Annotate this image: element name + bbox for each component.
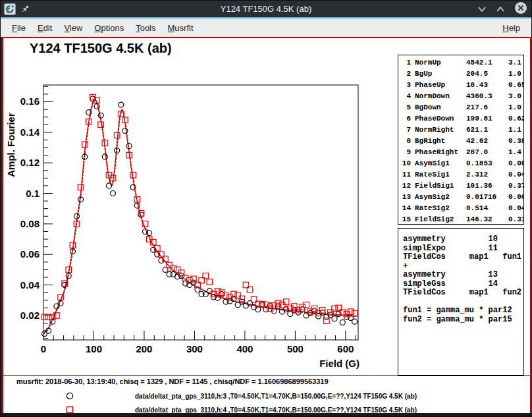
theory-pave[interactable]: asymmetry 10 simplExpo 11 TFieldCos map1…	[398, 228, 524, 375]
y-tick-label: 0.1	[26, 188, 40, 199]
param-value: 199.81	[466, 113, 504, 125]
param-name: NormDown	[415, 91, 462, 102]
y-tick-label: 0.16	[20, 96, 40, 107]
pin-icon[interactable]	[21, 5, 30, 14]
param-error: 3.0	[508, 91, 523, 102]
param-value: 42.62	[466, 136, 504, 147]
param-error: 1.0	[508, 69, 523, 80]
fit-curve-black	[44, 99, 358, 335]
y-tick-label: 0.12	[20, 157, 40, 168]
param-error: 0.38	[508, 136, 524, 147]
menu-item-options[interactable]: Options	[88, 20, 130, 36]
param-value: 2.312	[466, 169, 504, 181]
param-name: FieldSig2	[415, 214, 462, 225]
param-row: 8BgRight42.620.38	[401, 136, 523, 147]
plot-frame	[43, 85, 358, 340]
title-bar[interactable]: Y124 TF150G 4.5K (ab)	[1, 1, 531, 17]
menu-item-help[interactable]: Help	[496, 20, 526, 36]
param-num: 11	[401, 169, 411, 181]
y-tick-label: 0.04	[20, 279, 40, 291]
param-name: RateSig1	[415, 169, 462, 181]
param-num: 8	[401, 136, 411, 147]
x-tick-label: 0	[41, 343, 46, 354]
param-num: 2	[401, 69, 411, 80]
x-tick-label: 500	[287, 343, 304, 354]
menu-item-musrfit[interactable]: Musrfit	[162, 20, 200, 36]
param-num: 4	[401, 91, 411, 102]
param-value: 621.1	[466, 125, 504, 136]
param-value: 146.32	[466, 214, 504, 225]
legend-circle-marker	[65, 391, 74, 403]
param-row: 6PhaseDown199.810.62	[401, 113, 523, 125]
param-error: 0.37	[508, 181, 524, 192]
x-tick-label: 400	[236, 343, 253, 354]
param-name: AsymSig1	[415, 158, 462, 169]
param-num: 3	[401, 80, 411, 91]
param-row: 5BgDown217.61.0	[401, 102, 523, 113]
param-name: PhaseUp	[415, 80, 462, 91]
param-row: 14RateSig20.5140.045	[401, 203, 523, 214]
param-name: FieldSig1	[415, 181, 462, 192]
param-error: 1.4	[508, 147, 523, 158]
param-error: 0.045	[508, 203, 524, 214]
param-value: 4360.3	[466, 91, 504, 102]
param-value: 204.5	[466, 69, 504, 80]
menu-item-edit[interactable]: Edit	[32, 20, 58, 36]
param-name: PhaseRight	[415, 147, 462, 158]
fourier-plot: 01002003004005006000.020.040.060.080.10.…	[3, 38, 398, 375]
x-tick-label: 100	[86, 343, 102, 354]
close-button[interactable]	[514, 1, 527, 17]
param-num: 10	[401, 158, 411, 169]
series-squares-group	[41, 94, 358, 323]
param-error: 3.1	[508, 57, 523, 69]
param-value: 0.01716	[466, 192, 504, 203]
param-name: PhaseDown	[415, 113, 462, 125]
param-value: 287.0	[466, 147, 504, 158]
app-icon[interactable]	[4, 3, 16, 15]
param-value: 101.36	[466, 181, 504, 192]
menu-item-file[interactable]: File	[6, 20, 32, 36]
param-row: 1NormUp4542.13.1	[401, 57, 523, 69]
param-num: 12	[401, 181, 411, 192]
series-circles-group	[42, 96, 358, 337]
param-name: RateSig2	[415, 203, 462, 214]
x-tick-label: 200	[136, 343, 152, 354]
param-row: 4NormDown4360.33.0	[401, 91, 523, 102]
param-num: 13	[401, 192, 411, 203]
param-name: BgDown	[415, 102, 462, 113]
param-value: 217.6	[466, 102, 504, 113]
param-value: 18.43	[466, 80, 504, 91]
param-name: BgUp	[415, 69, 462, 80]
param-num: 9	[401, 147, 411, 158]
y-axis-title: Ampl. Fourier	[5, 113, 16, 177]
param-error: 0.00098	[508, 192, 524, 203]
param-error: 1.1	[508, 125, 523, 136]
stats-separator-line	[3, 375, 530, 376]
menu-item-view[interactable]: View	[58, 20, 88, 36]
param-num: 5	[401, 102, 411, 113]
param-num: 7	[401, 125, 411, 136]
minimize-button[interactable]	[477, 3, 487, 15]
y-tick-label: 0.14	[20, 126, 40, 138]
param-error: 0.31	[508, 214, 524, 225]
x-tick-label: 300	[186, 343, 203, 354]
y-tick-label: 0.02	[20, 310, 40, 321]
y-tick-label: 0.08	[20, 218, 40, 229]
param-row: 13AsymSig20.017160.00098	[401, 192, 523, 203]
param-num: 14	[401, 203, 411, 214]
param-error: 0.65	[508, 80, 524, 91]
param-error: 0.043	[508, 169, 524, 181]
x-axis-title: Field (G)	[319, 358, 359, 369]
window-title: Y124 TF150G 4.5K (ab)	[1, 4, 531, 14]
param-name: BgRight	[415, 136, 462, 147]
menu-item-tools[interactable]: Tools	[130, 20, 161, 36]
param-row: 9PhaseRight287.01.4	[401, 147, 523, 158]
param-row: 7NormRight621.11.1	[401, 125, 523, 136]
fit-parameter-pave[interactable]: 1NormUp4542.13.12BgUp204.51.03PhaseUp18.…	[398, 55, 524, 225]
param-name: NormRight	[415, 125, 462, 136]
maximize-button[interactable]	[496, 3, 505, 15]
param-num: 15	[401, 214, 411, 225]
legend-label: data/deltat_pta_gps_3110,h:3 ,T0=4.50K,T…	[135, 393, 417, 400]
x-tick-label: 600	[337, 343, 354, 354]
root-canvas[interactable]: Y124 TF150G 4.5K (ab) 010020030040050060…	[2, 37, 531, 414]
